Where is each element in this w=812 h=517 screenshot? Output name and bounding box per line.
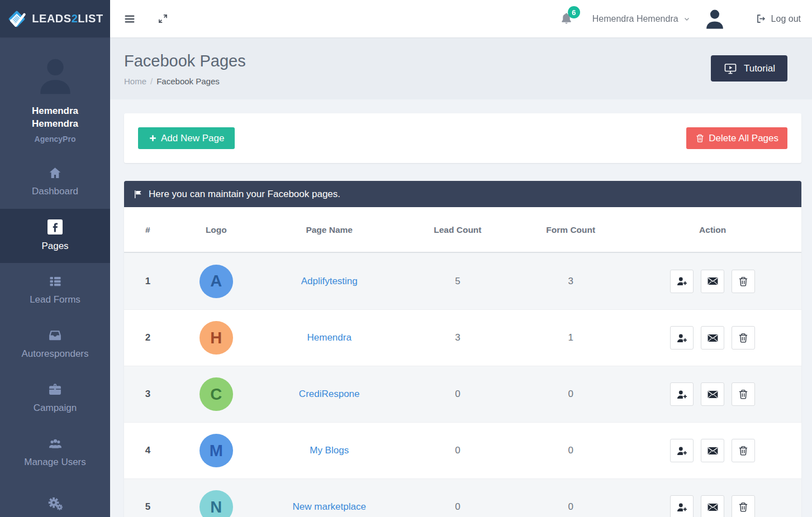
sidebar-item-label: Lead Forms xyxy=(30,294,80,305)
page-name-link[interactable]: CrediRespone xyxy=(299,389,360,399)
fullscreen-expand-icon[interactable] xyxy=(153,8,173,29)
top-navbar: LEADS2LIST 6 Hemendra Hemendra xyxy=(0,0,812,37)
sidebar-item-dashboard[interactable]: Dashboard xyxy=(0,155,110,209)
user-avatar-icon[interactable] xyxy=(703,7,726,31)
column-header-action: Action xyxy=(624,207,801,252)
row-number: 2 xyxy=(124,332,172,343)
breadcrumb-home-link[interactable]: Home xyxy=(124,76,146,86)
trash-icon xyxy=(738,389,749,400)
sidebar-item-campaign[interactable]: Campaign xyxy=(0,371,110,425)
lead-count: 0 xyxy=(398,445,518,456)
add-new-page-label: Add New Page xyxy=(161,133,224,144)
list-icon xyxy=(48,275,63,288)
tutorial-button[interactable]: Tutorial xyxy=(711,55,787,82)
email-button[interactable] xyxy=(701,270,724,293)
sidebar-item-label: Manage Users xyxy=(24,457,86,468)
row-number: 5 xyxy=(124,501,172,513)
facebook-icon xyxy=(48,219,63,234)
delete-page-button[interactable] xyxy=(732,326,755,350)
assign-user-button[interactable] xyxy=(670,270,694,293)
user-plus-icon xyxy=(676,389,688,400)
breadcrumb: Home/Facebook Pages xyxy=(124,76,798,86)
assign-user-button[interactable] xyxy=(670,439,694,462)
delete-all-pages-label: Delete All Pages xyxy=(709,133,778,144)
email-button[interactable] xyxy=(701,382,724,406)
sidebar-item-label: Autoresponders xyxy=(21,348,88,360)
row-number: 3 xyxy=(124,389,172,400)
user-name: Hemendra Hemendra xyxy=(592,14,678,24)
form-count: 0 xyxy=(517,501,624,513)
user-plus-icon xyxy=(676,501,688,513)
page-name-link[interactable]: New marketplace xyxy=(293,501,366,512)
form-count: 1 xyxy=(517,332,624,343)
delete-page-button[interactable] xyxy=(732,495,755,517)
inbox-icon xyxy=(48,328,63,342)
sidebar-menu: Dashboard Pages Lead Forms xyxy=(0,155,110,517)
sidebar-item-autoresponders[interactable]: Autoresponders xyxy=(0,317,110,371)
delete-page-button[interactable] xyxy=(732,382,755,406)
sidebar-item-label: Campaign xyxy=(34,403,77,414)
column-header-logo: Logo xyxy=(172,207,261,252)
tutorial-label: Tutorial xyxy=(744,63,775,74)
column-header-num: # xyxy=(124,207,172,252)
delete-page-button[interactable] xyxy=(732,270,755,293)
monitor-play-icon xyxy=(723,62,738,75)
navbar-right: 6 Hemendra Hemendra Log out xyxy=(110,0,812,37)
user-dropdown[interactable]: Hemendra Hemendra xyxy=(592,14,691,24)
row-number: 1 xyxy=(124,276,172,287)
pages-panel: Here you can maintain your Facebook page… xyxy=(124,181,801,517)
sidebar-item-settings[interactable] xyxy=(0,480,110,517)
email-button[interactable] xyxy=(701,495,724,517)
lead-count: 3 xyxy=(398,332,518,343)
form-count: 0 xyxy=(517,445,624,456)
logout-button[interactable]: Log out xyxy=(756,13,801,24)
sidebar-item-lead-forms[interactable]: Lead Forms xyxy=(0,263,110,317)
email-button[interactable] xyxy=(701,326,724,350)
page-logo-avatar: A xyxy=(200,265,233,298)
sidebar-item-pages[interactable]: Pages xyxy=(0,209,110,263)
notification-count-badge: 6 xyxy=(568,6,580,18)
table-row: 2 H Hemendra 3 1 xyxy=(124,309,801,366)
delete-page-button[interactable] xyxy=(732,439,755,462)
notifications-bell[interactable]: 6 xyxy=(559,12,573,26)
page-name-link[interactable]: My Blogs xyxy=(310,445,349,456)
trash-icon xyxy=(738,445,749,456)
page-name-link[interactable]: Adplifytesting xyxy=(301,276,358,286)
panel-heading-text: Here you can maintain your Facebook page… xyxy=(149,189,340,200)
sidebar-item-manage-users[interactable]: Manage Users xyxy=(0,425,110,480)
brand-name: LEADS2LIST xyxy=(32,12,103,25)
plus-icon xyxy=(149,134,157,142)
table-body: 1 A Adplifytesting 5 3 2 H Hemendra xyxy=(124,253,801,517)
page-logo-avatar: C xyxy=(200,377,233,411)
column-header-form-count: Form Count xyxy=(517,207,624,252)
sidebar-item-label: Dashboard xyxy=(32,186,78,197)
profile-avatar-icon xyxy=(0,53,110,98)
page-name-link[interactable]: Hemendra xyxy=(307,332,352,343)
brand-diamond-icon xyxy=(7,9,27,29)
assign-user-button[interactable] xyxy=(670,326,694,350)
gears-icon xyxy=(47,496,64,511)
email-button[interactable] xyxy=(701,439,724,462)
add-new-page-button[interactable]: Add New Page xyxy=(138,127,235,149)
delete-all-pages-button[interactable]: Delete All Pages xyxy=(686,127,787,149)
lead-count: 5 xyxy=(398,276,518,287)
column-header-page-name: Page Name xyxy=(261,207,398,252)
logout-icon xyxy=(756,13,766,24)
lead-count: 0 xyxy=(398,501,518,513)
trash-icon xyxy=(695,133,705,143)
form-count: 0 xyxy=(517,389,624,400)
envelope-icon xyxy=(707,389,719,400)
trash-icon xyxy=(738,276,749,287)
brand-logo[interactable]: LEADS2LIST xyxy=(0,0,110,37)
user-plus-icon xyxy=(676,275,688,287)
table-row: 4 M My Blogs 0 0 xyxy=(124,422,801,478)
actions-card: Add New Page Delete All Pages xyxy=(124,113,801,163)
hamburger-menu-icon[interactable] xyxy=(119,8,140,30)
page-title: Facebook Pages xyxy=(124,52,798,70)
assign-user-button[interactable] xyxy=(670,495,694,517)
user-plus-icon xyxy=(676,332,688,344)
briefcase-icon xyxy=(48,382,63,396)
logout-label: Log out xyxy=(771,14,801,24)
users-icon xyxy=(47,437,64,451)
assign-user-button[interactable] xyxy=(670,382,694,406)
